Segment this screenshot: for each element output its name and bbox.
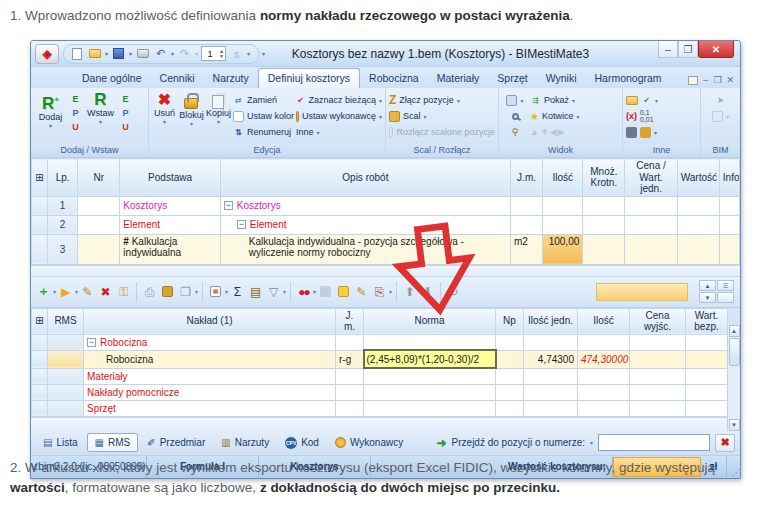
print-icon[interactable] [135, 46, 150, 61]
col-rms[interactable]: RMS [48, 308, 84, 334]
pokaz-button[interactable]: ⇶Pokaż▾ [530, 93, 600, 107]
move-up-icon[interactable]: ⬆ [401, 282, 418, 302]
calendar-icon[interactable]: ▦ [207, 282, 224, 302]
tab-wykonawcy[interactable]: Wykonawcy [328, 434, 410, 451]
tab-narzuty-bottom[interactable]: ▥Narzuty [214, 434, 276, 451]
lower-grid-corner-icon[interactable]: ⊞ [32, 308, 48, 334]
copy-list-icon[interactable]: ❐ [177, 282, 194, 302]
table-view-icon[interactable]: ▾ [506, 93, 523, 107]
exit-position-icon[interactable]: ⎘ [371, 282, 388, 302]
print-list-icon[interactable]: ⎙ [141, 282, 158, 302]
clipboard-icon[interactable]: ▤ [247, 282, 264, 302]
open-file-icon[interactable] [87, 46, 102, 61]
tab-materialy[interactable]: Materiały [428, 69, 489, 88]
scroll-up-icon[interactable]: ▲ [729, 325, 740, 337]
mdi-restore-icon[interactable]: ❒ [713, 75, 721, 85]
search-icon[interactable] [512, 109, 519, 123]
export-icon[interactable] [640, 127, 651, 138]
filter-icon[interactable]: ▽ [265, 282, 282, 302]
norma-formula-cell[interactable]: (2,45+8,09)*(1,20-0,30)/2 [364, 350, 496, 368]
tab-wyniki[interactable]: Wyniki [537, 69, 586, 88]
zamien-button[interactable]: ⇄Zamień [233, 93, 294, 107]
scroll-thumb[interactable] [729, 338, 740, 366]
col-opis-robot[interactable]: Opis robót [220, 159, 510, 197]
navigation-arrows-icons[interactable]: ▲▼◀▶ [530, 125, 600, 139]
scroll-down-icon[interactable]: ▼ [729, 419, 740, 431]
upper-row-kosztorys[interactable]: 1 Kosztorys Kosztorys [32, 196, 740, 215]
edit-norm-icon[interactable]: ✎ [353, 282, 370, 302]
decimal-icon[interactable]: 0,10,01 [640, 109, 654, 123]
insert-pozycja-icon[interactable]: P [119, 107, 132, 120]
redo-dropdown-icon[interactable]: ▾ [195, 50, 198, 57]
kotwice-button[interactable]: ★Kotwice▾ [530, 109, 600, 123]
col-nr[interactable]: Nr [78, 159, 120, 197]
goto-input[interactable] [598, 434, 710, 451]
col-np[interactable]: Np [496, 308, 524, 334]
vertical-scrollbar[interactable]: ▲ ▼ [727, 325, 740, 431]
tab-harmonogram[interactable]: Harmonogram [585, 69, 670, 88]
goto-close-icon[interactable]: ✖ [715, 434, 735, 452]
upper-row-element[interactable]: 2 Element Element [32, 215, 740, 234]
check-green-icon[interactable]: ✔ [641, 95, 652, 106]
tab-dane-ogolne[interactable]: Dane ogólne [73, 69, 151, 88]
page-number-spinner[interactable]: 1▲▼ [201, 46, 226, 61]
add-uwaga-icon[interactable]: U [69, 121, 82, 134]
zlacz-pozycje-button[interactable]: ZZłącz pozycje▾ [389, 93, 495, 107]
row-height-buttons[interactable]: ▲☰▼ [699, 280, 734, 303]
rozlacz-button[interactable]: Rozłącz scalone pozycje [389, 125, 495, 139]
col-ilosc[interactable]: Ilość [543, 159, 583, 197]
page-number-value[interactable]: 1 [202, 49, 218, 59]
col-cena-wyjsc[interactable]: Cena wyjśc. [630, 308, 686, 334]
upper-row-kalkulacja[interactable]: 3 # Kalkulacja indywidualna Kalkulacja i… [32, 234, 740, 264]
tab-przedmiar[interactable]: ✐Przedmiar [140, 434, 212, 451]
qat-extra-icon[interactable]: s [229, 46, 244, 61]
insert-uwaga-icon[interactable]: U [119, 121, 132, 134]
col-podstawa[interactable]: Podstawa [120, 159, 220, 197]
close-button[interactable]: ✕ [698, 41, 734, 58]
open-dropdown-icon[interactable]: ▾ [105, 50, 108, 57]
col-wart-bezp[interactable]: Wart. bezp. [686, 308, 728, 334]
lower-row-naklady-pomocnicze[interactable]: Nakłady pomocnicze [32, 384, 728, 400]
col-wartosc[interactable]: Wartość [677, 159, 719, 197]
undo-icon[interactable]: ↶ [153, 46, 168, 61]
run-icon[interactable]: ▶ [57, 282, 74, 302]
tab-narzuty[interactable]: Narzuty [204, 69, 258, 88]
refresh-icon[interactable]: ↻ [445, 282, 462, 302]
bim-cursor-icon[interactable]: ➤ [717, 93, 725, 107]
formula-x-icon[interactable]: (x) [626, 111, 637, 121]
inne-edycja-button[interactable]: Inne▾ [296, 125, 382, 139]
collapse-icon[interactable] [237, 220, 246, 229]
col-mnoz-krotn[interactable]: Mnoż. Krotn. [583, 159, 625, 197]
delete-naklad-icon[interactable]: ✖ [97, 282, 114, 302]
save-dropdown-icon[interactable]: ▾ [129, 50, 132, 57]
new-document-icon[interactable] [69, 46, 84, 61]
ustaw-kolor-button[interactable]: Ustaw kolor [233, 109, 294, 123]
bim-panel-icon[interactable] [712, 111, 723, 122]
lower-row-robocizna-item[interactable]: Robocizna r-g (2,45+8,09)*(1,20-0,30)/2 … [32, 350, 728, 368]
grid-corner-icon[interactable]: ⊞ [32, 159, 48, 197]
kopiuj-button[interactable]: Kopiuj▾ [206, 91, 231, 125]
maximize-button[interactable]: ❐ [678, 41, 698, 58]
goto-dropdown-icon[interactable]: ▾ [590, 439, 593, 446]
insert-element-icon[interactable]: E [119, 93, 132, 106]
tab-cenniki[interactable]: Cenniki [151, 69, 204, 88]
mdi-close-icon[interactable]: ✕ [726, 75, 734, 85]
ilosc-value[interactable]: 474,30000 [578, 350, 630, 368]
filter-key-icon[interactable]: ⚲ [512, 125, 519, 139]
cherries-icon[interactable]: ●● [295, 282, 312, 302]
tab-kod[interactable]: CPVKod [278, 434, 326, 452]
collapse-icon[interactable] [87, 338, 96, 347]
mdi-minimize-icon[interactable]: – [703, 75, 708, 85]
col-cena-wart-jedn[interactable]: Cena / Wart. jedn. [625, 159, 677, 197]
collapse-icon[interactable] [224, 201, 233, 210]
ilosc-cell[interactable]: 100,00 [543, 234, 583, 264]
add-naklad-icon[interactable]: ＋ [35, 282, 52, 302]
qat-extra-dropdown-icon[interactable]: ▾ [247, 50, 250, 57]
col-ilosc-lower[interactable]: Ilość [578, 308, 630, 334]
wstaw-button[interactable]: RWstaw▾ [84, 91, 117, 125]
blokuj-button[interactable]: Blokuj▾ [179, 91, 204, 127]
renumeruj-button[interactable]: ⇅Renumeruj [233, 125, 294, 139]
tab-rms[interactable]: ▦RMS [87, 433, 139, 452]
minimize-button[interactable]: – [658, 41, 678, 58]
col-norma[interactable]: Norma [364, 308, 496, 334]
